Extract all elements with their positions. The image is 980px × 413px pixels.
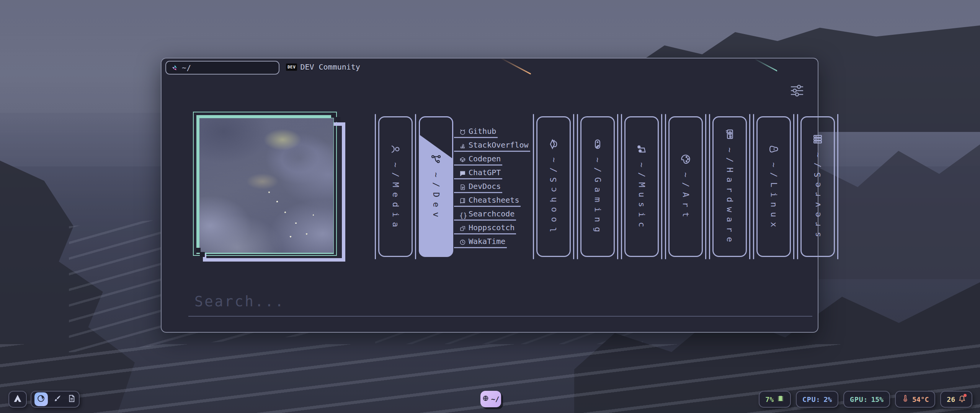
workspace-button[interactable]: ~/: [480, 391, 501, 407]
framed-picture: [192, 110, 353, 267]
document-icon: [67, 394, 76, 404]
url-text: ~/: [182, 63, 191, 72]
codepen-icon: [459, 156, 466, 162]
corner-accent: [200, 252, 205, 257]
book-label: ~/Hardware: [725, 145, 735, 244]
grad-cap-icon: [548, 139, 559, 150]
book-icon: [459, 197, 466, 203]
url-bar[interactable]: ~/: [165, 61, 279, 75]
link-searchcode[interactable]: {}Searchcode: [454, 210, 516, 221]
stackoverflow-icon: [459, 142, 466, 148]
search-box: [188, 293, 812, 317]
book-hardware[interactable]: ~/Hardware: [712, 116, 747, 257]
braces-icon: {}: [459, 211, 466, 217]
taskbar-app-group: [31, 391, 80, 408]
link-label: Cheatsheets: [469, 195, 519, 205]
shooting-star: [500, 57, 531, 75]
memory-value: 7%: [765, 395, 774, 403]
book-label: ~/Dev: [431, 170, 441, 220]
link-label: ChatGPT: [469, 168, 501, 177]
taskbar-widgets: 7% CPU: 2% GPU: 15% 54°C 26: [759, 391, 972, 408]
notification-count: 26: [947, 395, 955, 403]
link-github[interactable]: Github: [454, 127, 498, 138]
link-label: DevDocs: [469, 182, 501, 191]
bell-icon: [958, 395, 966, 404]
gpu-label: GPU:: [850, 395, 868, 403]
shelf-divider: [621, 114, 622, 259]
link-chatgpt[interactable]: ChatGPT: [454, 168, 502, 179]
browser-tab[interactable]: DEV DEV Community: [286, 62, 360, 72]
paint-app-button[interactable]: [53, 393, 62, 405]
shelf-divider: [415, 114, 416, 259]
link-label: Searchcode: [469, 209, 514, 218]
link-cheatsheets[interactable]: Cheatsheets: [454, 196, 521, 207]
book-label: ~/Linux: [769, 160, 779, 229]
book-school[interactable]: ~/School: [536, 116, 571, 257]
book-media[interactable]: ~/Media: [378, 116, 413, 257]
gpu-value: 15%: [871, 395, 884, 403]
book-label: ~/Music: [637, 160, 647, 229]
gamepad-icon: [592, 139, 603, 150]
shelf-divider: [661, 114, 662, 259]
book-label: ~/Servers: [813, 150, 823, 239]
shelf-divider: [577, 114, 578, 259]
tux-icon: [768, 144, 779, 154]
dev-links: GithubStackOverflowCodepenChatGPTDevDocs…: [454, 127, 530, 251]
shelf-divider: [709, 114, 710, 259]
book-servers[interactable]: ~/Servers: [800, 116, 835, 257]
book-music[interactable]: ~/Music: [624, 116, 659, 257]
file-doc-icon: [459, 183, 466, 190]
link-codepen[interactable]: Codepen: [454, 154, 502, 166]
browser-window: ~/ DEV DEV Community ~/Media~/DevGithubS…: [161, 58, 818, 333]
temperature-value: 54°C: [912, 395, 929, 403]
globe-icon: [482, 395, 489, 403]
shelf-divider: [617, 114, 618, 259]
clock-icon: [459, 238, 466, 245]
book-gaming[interactable]: ~/Gaming: [580, 116, 615, 257]
browser-logo-icon: [171, 64, 178, 72]
link-hoppscotch[interactable]: Hoppscotch: [454, 223, 516, 234]
memory-widget: 7%: [759, 391, 791, 408]
book-label: ~/Art: [681, 170, 691, 220]
notification-dot: [964, 394, 967, 397]
link-label: Github: [469, 127, 496, 136]
chip-icon: [777, 395, 784, 404]
link-label: Hoppscotch: [469, 223, 514, 232]
book-dev[interactable]: ~/Dev: [419, 116, 453, 257]
gpu-card-icon: [724, 129, 735, 140]
cloud-painting: [199, 118, 333, 253]
link-label: Codepen: [469, 154, 501, 163]
gpu-widget: GPU: 15%: [843, 391, 890, 408]
link-label: WakaTime: [469, 237, 505, 246]
music-note-icon: [636, 144, 647, 154]
taskbar-left: [8, 391, 80, 408]
link-devdocs[interactable]: DevDocs: [454, 182, 502, 193]
search-input[interactable]: [188, 293, 812, 317]
temperature-widget: 54°C: [895, 391, 935, 408]
person-icon: [390, 144, 401, 154]
chat-icon: [459, 169, 466, 176]
book-label: ~/Media: [390, 160, 400, 229]
notifications-widget[interactable]: 26: [940, 391, 972, 408]
book-linux[interactable]: ~/Linux: [756, 116, 791, 257]
server-rack-icon: [812, 134, 823, 145]
cpu-widget: CPU: 2%: [796, 391, 838, 408]
cpu-value: 2%: [823, 395, 832, 403]
firefox-button[interactable]: [34, 392, 48, 406]
workspace-label: ~/: [491, 395, 500, 403]
book-label: ~/School: [549, 155, 559, 234]
paintbrush-icon: [53, 394, 62, 404]
shooting-star: [754, 59, 778, 72]
dev-book-group: ~/DevGithubStackOverflowCodepenChatGPTDe…: [419, 116, 530, 257]
shelf-divider: [705, 114, 706, 259]
book-art[interactable]: ~/Art: [668, 116, 703, 257]
link-wakatime[interactable]: WakaTime: [454, 237, 507, 248]
link-stackoverflow[interactable]: StackOverflow: [454, 141, 530, 152]
palette-icon: [680, 154, 691, 164]
arch-arrow-icon: [13, 394, 22, 405]
notes-app-button[interactable]: [67, 393, 76, 405]
app-launcher-button[interactable]: [8, 391, 27, 408]
sliders-icon[interactable]: [789, 84, 805, 98]
shelf-divider: [749, 114, 750, 259]
shelf-divider: [797, 114, 798, 259]
